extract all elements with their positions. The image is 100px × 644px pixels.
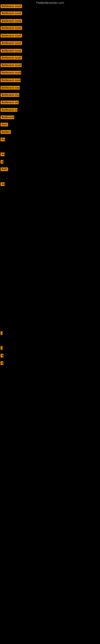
bottleneck-result-label: Bottleneck re bbox=[0, 108, 17, 112]
bottleneck-result-label: Bottleneck resu bbox=[0, 93, 19, 97]
bottleneck-result-label: Bo bbox=[0, 152, 4, 156]
bottleneck-result-label: B bbox=[0, 354, 3, 358]
bottleneck-result-label: Bottleneck result bbox=[0, 34, 22, 38]
bottleneck-result-label: Bottleneck result bbox=[0, 19, 22, 23]
bottleneck-result-label: Bottleneck result bbox=[0, 26, 22, 30]
bottleneck-result-label: Bo bbox=[0, 138, 5, 141]
bottleneck-result-label: Bottl bbox=[0, 123, 8, 126]
bottleneck-result-label: Bottleneck bbox=[0, 116, 14, 119]
bottleneck-result-label: Bottleneck result bbox=[0, 78, 21, 82]
bottleneck-result-label: B bbox=[0, 361, 3, 365]
bottleneck-result-label: Bottleneck result bbox=[0, 49, 22, 52]
bottleneck-result-label: Bottleneck result bbox=[0, 56, 22, 60]
bottleneck-result-label: B bbox=[0, 160, 3, 164]
bottleneck-result-label: Bottleneck result bbox=[0, 64, 22, 67]
bottleneck-result-label: Bottleneck result bbox=[0, 71, 21, 74]
bottleneck-result-label: Bottleneck result bbox=[0, 4, 22, 8]
bottleneck-result-label: | bbox=[0, 346, 2, 350]
bottleneck-result-label: Bottl bbox=[0, 168, 8, 171]
bottleneck-result-label: Bo bbox=[0, 182, 4, 186]
bottleneck-result-label: Bottleneck resu bbox=[0, 86, 20, 90]
bottleneck-result-label: Bottleneck result bbox=[0, 41, 22, 45]
bottleneck-result-label: Bottleneck res bbox=[0, 100, 19, 104]
bottleneck-result-label: Bottleneck result bbox=[0, 12, 22, 15]
bottleneck-result-label: | bbox=[0, 331, 2, 335]
bottleneck-result-label: Bottlen bbox=[0, 130, 11, 134]
